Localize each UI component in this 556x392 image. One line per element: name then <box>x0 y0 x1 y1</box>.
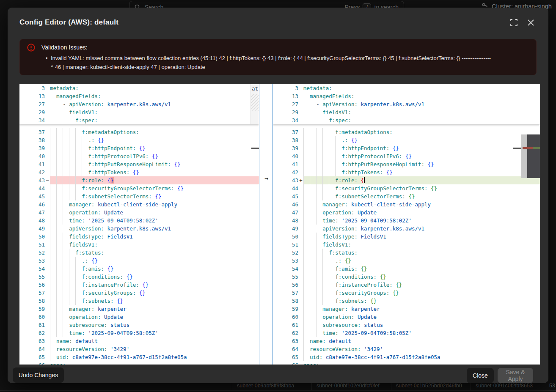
code-line-59[interactable]: 59 manager: karpenter <box>273 305 540 313</box>
line-number: 49 <box>19 225 45 233</box>
close-icon[interactable] <box>528 19 534 27</box>
code-line-58[interactable]: 58 f:subnets: {} <box>273 297 540 305</box>
line-number: 46 <box>273 200 298 208</box>
code-line-66[interactable]: 66spec: <box>19 361 259 365</box>
code-line-43[interactable]: 43+ f:role: { <box>273 176 540 184</box>
sticky-scroll-original[interactable]: 3metadata:13 managedFields:27 - apiVersi… <box>19 84 259 124</box>
code-line-42[interactable]: 42 f:httpTokens: {} <box>19 168 259 176</box>
code-line-45[interactable]: 45 f:subnetSelectorTerms: {} <box>19 192 259 200</box>
code-line-53[interactable]: 53 .: {} <box>273 257 540 265</box>
code-body-original: 37 f:metadataOptions:38 .: {}39 f:httpEn… <box>19 128 259 365</box>
scrollbar-slider-overlay[interactable] <box>527 134 540 178</box>
code-line-3[interactable]: 3metadata: <box>273 84 540 92</box>
scrollbar-slider[interactable] <box>521 134 527 178</box>
code-line-44[interactable]: 44 f:securityGroupSelectorTerms: {} <box>19 184 259 192</box>
line-number: 60 <box>19 313 45 321</box>
code-line-34[interactable]: 34 f:spec: <box>19 116 259 124</box>
code-line-42[interactable]: 42 f:httpTokens: {} <box>273 168 540 176</box>
code-line-54[interactable]: 54 f:amis: {} <box>273 265 540 273</box>
code-line-49[interactable]: 49 - apiVersion: karpenter.k8s.aws/v1 <box>273 225 540 233</box>
close-button[interactable]: Close <box>467 368 494 383</box>
diff-pane-original[interactable]: 37 f:metadataOptions:38 .: {}39 f:httpEn… <box>19 84 259 365</box>
code-line-39[interactable]: 39 f:httpEndpoint: {} <box>19 144 259 152</box>
save-apply-button-disabled[interactable]: Save & Apply <box>498 368 533 383</box>
code-line-3[interactable]: 3metadata: <box>19 84 259 92</box>
code-line-29[interactable]: 29 fieldsV1: <box>19 108 259 116</box>
code-line-65[interactable]: 65 uid: c8afe97e-38cc-4f91-a767-d15f2a8f… <box>273 353 540 361</box>
code-line-51[interactable]: 51 fieldsV1: <box>19 241 259 249</box>
code-line-48[interactable]: 48 time: '2025-09-04T09:58:02Z' <box>19 217 259 225</box>
code-line-58[interactable]: 58 f:subnets: {} <box>19 297 259 305</box>
code-line-57[interactable]: 57 f:securityGroups: {} <box>19 289 259 297</box>
code-line-41[interactable]: 41 f:httpPutResponseHopLimit: {} <box>19 160 259 168</box>
diff-sign <box>298 92 303 100</box>
code-line-38[interactable]: 38 .: {} <box>19 136 259 144</box>
diff-sign <box>298 233 303 241</box>
sticky-scroll-modified[interactable]: 3metadata:13 managedFields:27 - apiVersi… <box>273 84 540 124</box>
code-line-13[interactable]: 13 managedFields: <box>19 92 259 100</box>
diff-sign <box>45 345 50 353</box>
code-line-47[interactable]: 47 operation: Update <box>273 208 540 217</box>
code-line-37[interactable]: 37 f:metadataOptions: <box>19 128 259 136</box>
code-line-13[interactable]: 13 managedFields: <box>273 92 540 100</box>
diff-sign <box>45 281 50 289</box>
code-line-51[interactable]: 51 fieldsV1: <box>273 241 540 249</box>
revert-arrow-icon[interactable]: → <box>262 175 270 183</box>
code-line-63[interactable]: 63 name: default <box>273 337 540 345</box>
code-line-65[interactable]: 65 uid: c8afe97e-38cc-4f91-a767-d15f2a8f… <box>19 353 259 361</box>
code-line-52[interactable]: 52 f:status: <box>19 249 259 257</box>
validation-message-line2: ^ 46 | manager: kubectl-client-side-appl… <box>51 63 529 71</box>
code-line-37[interactable]: 37 f:metadataOptions: <box>273 128 540 136</box>
code-line-27[interactable]: 27 - apiVersion: karpenter.k8s.aws/v1 <box>273 100 540 108</box>
code-line-40[interactable]: 40 f:httpProtocolIPv6: {} <box>273 152 540 160</box>
line-content: resourceVersion: '3429' <box>50 345 259 353</box>
diff-sash[interactable]: → <box>259 84 273 365</box>
code-line-53[interactable]: 53 .: {} <box>19 257 259 265</box>
code-line-46[interactable]: 46 manager: kubectl-client-side-apply <box>19 200 259 208</box>
code-line-49[interactable]: 49 - apiVersion: karpenter.k8s.aws/v1 <box>19 225 259 233</box>
code-line-47[interactable]: 47 operation: Update <box>19 208 259 217</box>
code-line-60[interactable]: 60 operation: Update <box>19 313 259 321</box>
code-line-56[interactable]: 56 f:instanceProfile: {} <box>19 281 259 289</box>
code-line-43[interactable]: 43− f:role: {} <box>19 176 259 184</box>
line-content: f:httpProtocolIPv6: {} <box>50 152 259 160</box>
code-line-60[interactable]: 60 operation: Update <box>273 313 540 321</box>
code-line-56[interactable]: 56 f:instanceProfile: {} <box>273 281 540 289</box>
code-line-55[interactable]: 55 f:conditions: {} <box>273 273 540 281</box>
code-line-64[interactable]: 64 resourceVersion: '3429' <box>273 345 540 353</box>
code-line-29[interactable]: 29 fieldsV1: <box>273 108 540 116</box>
code-line-27[interactable]: 27 - apiVersion: karpenter.k8s.aws/v1 <box>19 100 259 108</box>
code-line-64[interactable]: 64 resourceVersion: '3429' <box>19 345 259 353</box>
code-line-34[interactable]: 34 f:spec: <box>273 116 540 124</box>
code-line-46[interactable]: 46 manager: kubectl-client-side-apply <box>273 200 540 208</box>
code-line-44[interactable]: 44 f:securityGroupSelectorTerms: {} <box>273 184 540 192</box>
code-line-50[interactable]: 50 fieldsType: FieldsV1 <box>19 233 259 241</box>
diff-pane-modified[interactable]: 37 f:metadataOptions:38 .: {}39 f:httpEn… <box>273 84 540 365</box>
code-line-61[interactable]: 61 subresource: status <box>19 321 259 329</box>
code-line-54[interactable]: 54 f:amis: {} <box>19 265 259 273</box>
diff-sign <box>45 217 50 225</box>
code-line-63[interactable]: 63 name: default <box>19 337 259 345</box>
line-number: 64 <box>19 345 45 353</box>
code-line-62[interactable]: 62 time: '2025-09-04T09:58:05Z' <box>273 329 540 337</box>
code-line-39[interactable]: 39 f:httpEndpoint: {} <box>273 144 540 152</box>
code-line-50[interactable]: 50 fieldsType: FieldsV1 <box>273 233 540 241</box>
expand-icon[interactable] <box>510 19 517 28</box>
code-line-59[interactable]: 59 manager: karpenter <box>19 305 259 313</box>
code-line-48[interactable]: 48 time: '2025-09-04T09:58:02Z' <box>273 217 540 225</box>
code-line-41[interactable]: 41 f:httpPutResponseHopLimit: {} <box>273 160 540 168</box>
line-content: f:httpPutResponseHopLimit: {} <box>50 160 259 168</box>
line-number: 53 <box>273 257 298 265</box>
code-line-66[interactable]: 66spec: <box>273 361 540 365</box>
line-number: 60 <box>273 313 298 321</box>
code-line-52[interactable]: 52 f:status: <box>273 249 540 257</box>
undo-changes-button[interactable]: Undo Changes <box>13 367 64 383</box>
code-line-55[interactable]: 55 f:conditions: {} <box>19 273 259 281</box>
code-line-61[interactable]: 61 subresource: status <box>273 321 540 329</box>
code-line-62[interactable]: 62 time: '2025-09-04T09:58:05Z' <box>19 329 259 337</box>
diff-sign <box>298 241 303 249</box>
code-line-40[interactable]: 40 f:httpProtocolIPv6: {} <box>19 152 259 160</box>
code-line-45[interactable]: 45 f:subnetSelectorTerms: {} <box>273 192 540 200</box>
code-line-38[interactable]: 38 .: {} <box>273 136 540 144</box>
code-line-57[interactable]: 57 f:securityGroups: {} <box>273 289 540 297</box>
